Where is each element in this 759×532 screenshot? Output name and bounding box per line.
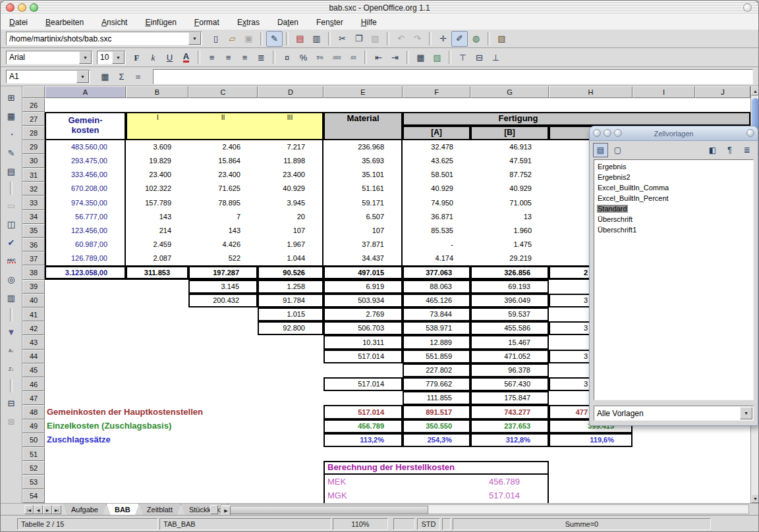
cell-A48[interactable]: Gemeinkosten der Hauptkostenstellen [45,405,323,419]
cell-E30[interactable]: 35.693 [323,154,403,168]
cell-G28[interactable]: [B] [470,126,549,140]
decrease-indent-button[interactable]: ⇤ [370,49,387,65]
row-header-52[interactable]: 52 [22,461,45,475]
cell-styles-button[interactable]: ▤ [593,143,608,157]
insert-float-frame-button[interactable]: ▭ [3,198,20,213]
align-center-button[interactable]: ≡ [220,49,237,65]
cell-C27[interactable]: II [188,112,258,140]
number-format-standard-button[interactable]: 5% [312,49,328,65]
cell-F41[interactable]: 73.844 [403,307,470,321]
cell-B27[interactable]: I [126,112,188,140]
style-item--berschrift1[interactable]: Überschrift1 [594,225,753,235]
stylist-button[interactable]: ✐ [451,31,468,47]
cell-F45[interactable]: 227.802 [403,363,470,377]
cell-A50[interactable]: Zuschlagssätze [45,433,323,447]
panel-minimize-button[interactable] [604,129,611,137]
cell-C29[interactable]: 2.406 [188,140,258,154]
cell-F47[interactable]: 111.855 [403,391,470,405]
menu-hilfe[interactable]: Hilfe [361,18,377,27]
navigator-slide-button[interactable]: ◫ [3,216,20,232]
spellcheck-button[interactable]: ✔ [3,234,20,250]
row-header-34[interactable]: 34 [22,210,45,224]
previous-sheet-button[interactable]: ◀ [34,505,43,514]
cell-E40[interactable]: 503.934 [323,294,403,307]
cell-G34[interactable]: 13 [470,210,549,224]
row-header-49[interactable]: 49 [22,419,45,433]
cell-F37[interactable]: 4.174 [403,252,470,265]
bold-button[interactable]: F [128,49,145,65]
cell-F53[interactable]: 456.789 [403,475,549,489]
sheet-tab-zeitblatt[interactable]: Zeitblatt [139,504,181,515]
cell-F46[interactable]: 779.662 [403,377,470,391]
cell-G39[interactable]: 69.193 [470,280,549,294]
cell-F39[interactable]: 88.063 [403,280,470,294]
row-header-46[interactable]: 46 [22,377,45,391]
cell-A38[interactable]: 3.123.058,00 [45,265,126,279]
italic-button[interactable]: k [145,49,161,65]
row-header-42[interactable]: 42 [22,321,45,335]
select-all-corner[interactable] [22,86,45,98]
style-filter-combobox[interactable]: Alle Vorlagen ▼ [594,406,754,421]
sum-button[interactable]: Σ [113,68,130,84]
cell-A36[interactable]: 60.987,00 [45,238,126,252]
row-header-50[interactable]: 50 [22,433,45,447]
row-header-29[interactable]: 29 [22,140,45,154]
style-item-excel-builtin-percent[interactable]: Excel_BuiltIn_Percent [594,193,753,203]
cell-E54[interactable]: MGK [323,489,403,503]
save-document-button[interactable]: ▣ [240,31,257,47]
cell-G30[interactable]: 47.591 [470,154,549,168]
sort-descending-button[interactable]: Z↓ [3,361,20,377]
delete-decimal-button[interactable]: .00 [345,49,361,65]
row-header-45[interactable]: 45 [22,363,45,377]
font-name-dropdown-arrow-icon[interactable]: ▼ [79,51,92,64]
menu-einf-gen[interactable]: Einfügen [145,18,176,27]
cell-E39[interactable]: 6.919 [323,280,403,294]
menu-datei[interactable]: Datei [9,18,28,27]
align-bottom-button[interactable]: ⊥ [488,49,504,65]
draw-functions-button[interactable]: ✎ [3,145,20,161]
insert-graphics-button[interactable]: ▧ [493,31,510,47]
insert-cells-button[interactable]: ▦ [3,108,20,124]
cell-F31[interactable]: 58.501 [403,168,470,182]
cell-C34[interactable]: 7 [188,210,258,224]
cell-B29[interactable]: 3.609 [126,140,188,154]
new-document-button[interactable]: ▯ [208,31,224,47]
cell-A32[interactable]: 670.208,00 [45,182,126,196]
cell-C32[interactable]: 71.625 [188,182,258,196]
menu-bearbeiten[interactable]: Bearbeiten [45,18,84,27]
undo-button[interactable]: ↶ [393,31,409,47]
formula-input[interactable] [153,69,753,84]
cell-D30[interactable]: 11.898 [258,154,323,168]
cell-A49[interactable]: Einzelkosten (Zuschlagsbasis) [45,419,323,433]
url-combobox[interactable]: /home/martinix/shots/bab.sxc ▼ [6,32,202,45]
cell-D39[interactable]: 1.258 [258,280,323,294]
increase-indent-button[interactable]: ⇥ [387,49,403,65]
row-header-37[interactable]: 37 [22,252,45,265]
align-left-button[interactable]: ≡ [204,49,220,65]
cell-D31[interactable]: 23.400 [258,168,323,182]
column-header-G[interactable]: G [470,86,549,98]
cell-D34[interactable]: 20 [258,210,323,224]
cell-E42[interactable]: 506.703 [323,321,403,335]
cell-E52[interactable]: Berechnung der Herstellkosten [323,461,549,475]
row-header-43[interactable]: 43 [22,335,45,349]
cell-B32[interactable]: 102.322 [126,182,188,196]
row-header-44[interactable]: 44 [22,350,45,363]
cell-D40[interactable]: 91.784 [258,294,323,307]
horizontal-scrollbar-thumb[interactable] [223,506,428,514]
scroll-down-icon[interactable]: ▼ [751,494,759,503]
cell-E41[interactable]: 2.769 [323,307,403,321]
row-header-53[interactable]: 53 [22,475,45,489]
cell-D32[interactable]: 40.929 [258,182,323,196]
autofilter-button[interactable]: ▼ [3,324,20,340]
cell-F48[interactable]: 891.517 [403,405,470,419]
cell-G47[interactable]: 175.847 [470,391,549,405]
cell-G29[interactable]: 46.913 [470,140,549,154]
cell-D27[interactable]: III [258,112,323,140]
cell-A29[interactable]: 483.560,00 [45,140,126,154]
cell-B33[interactable]: 157.789 [126,196,188,209]
row-header-30[interactable]: 30 [22,154,45,168]
cell-E32[interactable]: 51.161 [323,182,403,196]
cell-G31[interactable]: 87.752 [470,168,549,182]
cell-I27[interactable] [632,112,750,126]
